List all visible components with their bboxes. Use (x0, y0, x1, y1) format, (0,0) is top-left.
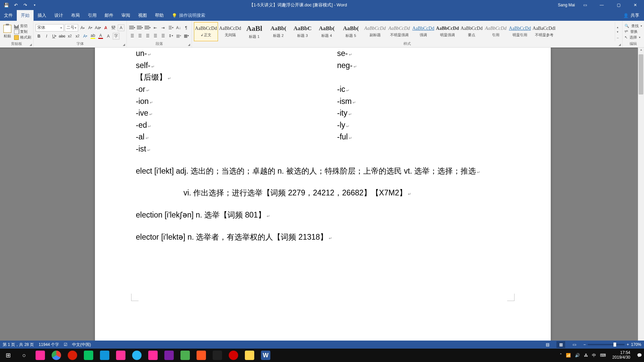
paste-button[interactable]: 粘贴 (2, 22, 13, 41)
paragraph-launcher[interactable]: ◢ (188, 43, 190, 46)
tab-file[interactable]: 文件 (0, 10, 17, 21)
multilevel-list-button[interactable]: ▾ (144, 24, 151, 31)
zoom-out-button[interactable]: − (583, 342, 586, 347)
taskbar-app-8[interactable] (177, 349, 193, 362)
find-button[interactable]: 🔍查找▾ (625, 23, 642, 28)
clock[interactable]: 17:54 2019/4/30 (610, 351, 633, 360)
format-painter-button[interactable]: 格式刷 (14, 35, 31, 40)
taskbar-app-5[interactable] (129, 349, 145, 362)
start-button[interactable]: ⊞ (0, 349, 16, 362)
status-word-count[interactable]: 11944 个字 (39, 342, 59, 348)
tab-references[interactable]: 引用 (84, 10, 101, 21)
scroll-thumb[interactable] (639, 54, 643, 95)
minimize-button[interactable]: — (595, 0, 608, 10)
font-name-selector[interactable]: 宋体▾ (36, 24, 64, 32)
zoom-slider[interactable] (588, 344, 625, 345)
tab-mailings[interactable]: 邮件 (101, 10, 117, 21)
sort-button[interactable]: A↓ (175, 24, 182, 31)
styles-gallery-more[interactable]: ▴▾⎯ (615, 22, 620, 41)
taskbar-app-1[interactable] (32, 349, 48, 362)
superscript-button[interactable]: x2 (74, 33, 81, 40)
tray-expand-icon[interactable]: ˄ (560, 353, 562, 358)
bold-button[interactable]: B (36, 33, 42, 40)
taskbar-app-record[interactable] (225, 349, 241, 362)
bluetooth-icon[interactable]: 🖧 (584, 353, 588, 358)
vertical-scrollbar[interactable]: ▴ ▾ (638, 48, 644, 353)
style-item-1[interactable]: AaBbCcDd无间隔 (218, 22, 242, 41)
shrink-font-button[interactable]: A▾ (87, 24, 94, 31)
underline-button[interactable]: U▾ (51, 33, 58, 40)
status-page[interactable]: 第 1 页，共 28 页 (3, 342, 34, 348)
select-button[interactable]: ↖选择▾ (625, 35, 642, 40)
taskbar-app-chrome[interactable] (48, 349, 64, 362)
taskbar-app-2[interactable] (64, 349, 80, 362)
save-button[interactable]: 💾 (3, 1, 10, 9)
zoom-in-button[interactable]: + (627, 342, 629, 347)
redo-button[interactable]: ↷ (21, 1, 29, 9)
change-case-button[interactable]: Aa▾ (95, 24, 101, 31)
tab-insert[interactable]: 插入 (34, 10, 50, 21)
style-item-8[interactable]: AaBbCcDd不明显强调 (387, 22, 411, 41)
tab-home[interactable]: 开始 (17, 10, 34, 21)
style-item-2[interactable]: AaBl标题 1 (242, 22, 266, 41)
zoom-value[interactable]: 170% (631, 342, 641, 347)
grow-font-button[interactable]: A▴ (79, 24, 86, 31)
undo-button[interactable]: ↶ (12, 1, 19, 9)
borders-button[interactable]: ▦▾ (183, 33, 190, 39)
bullets-button[interactable]: ▾ (129, 24, 136, 31)
style-item-10[interactable]: AaBbCcDd明显强调 (435, 22, 460, 41)
tab-design[interactable]: 设计 (50, 10, 67, 21)
styles-launcher[interactable]: ◢ (619, 43, 621, 46)
qat-customize[interactable]: ▾ (31, 1, 38, 9)
style-item-7[interactable]: AaBbCcDd副标题 (363, 22, 387, 41)
numbering-button[interactable]: ▾ (137, 24, 143, 31)
distributed-button[interactable]: ☰ (160, 33, 166, 39)
font-size-selector[interactable]: 二号▾ (65, 24, 78, 32)
style-item-11[interactable]: AaBbCcDd要点 (460, 22, 484, 41)
taskbar-app-notes[interactable] (241, 349, 258, 362)
taskbar-app-word[interactable]: W (258, 349, 274, 362)
taskbar-app-3[interactable] (97, 349, 113, 362)
line-spacing-button[interactable]: ⇕▾ (167, 33, 174, 39)
tab-help[interactable]: 帮助 (151, 10, 168, 21)
style-item-9[interactable]: AaBbCcDd强调 (411, 22, 435, 41)
subscript-button[interactable]: x2 (66, 33, 73, 40)
taskbar-app-10[interactable] (209, 349, 225, 362)
style-item-5[interactable]: AaBb(标题 4 (315, 22, 339, 41)
character-shading-button[interactable]: A (105, 33, 112, 40)
italic-button[interactable]: I (43, 33, 50, 40)
taskbar-app-7[interactable] (161, 349, 177, 362)
taskbar-app-wechat[interactable] (80, 349, 97, 362)
keyboard-icon[interactable]: ⌨ (600, 353, 606, 358)
replace-button[interactable]: ᵃ⁄ᵇ替换 (625, 29, 642, 34)
notifications-icon[interactable]: 💬 (637, 353, 642, 358)
network-icon[interactable]: 📶 (566, 353, 571, 358)
tab-view[interactable]: 视图 (134, 10, 151, 21)
shading-button[interactable]: ▦▾ (175, 33, 182, 39)
page-content[interactable]: un-se-self-neg- 【后缀】 -or-ic-ion-ism-ive-… (136, 48, 510, 243)
phonetic-guide-button[interactable]: 變 (110, 24, 117, 31)
style-item-6[interactable]: AaBb(标题 5 (339, 22, 363, 41)
font-launcher[interactable]: ◢ (123, 43, 125, 46)
tab-review[interactable]: 审阅 (117, 10, 134, 21)
enclose-characters-button[interactable]: 字 (113, 33, 119, 40)
align-left-button[interactable]: ☰ (129, 33, 136, 39)
maximize-button[interactable]: ▢ (612, 0, 625, 10)
cortana-button[interactable]: ○ (16, 349, 32, 362)
align-right-button[interactable]: ☰ (144, 33, 151, 39)
style-item-12[interactable]: AaBbCcDd引用 (484, 22, 508, 41)
share-button[interactable]: 👤 共享 (619, 12, 644, 18)
text-effects-button[interactable]: A▾ (82, 33, 89, 40)
status-language[interactable]: 中文(中国) (72, 342, 91, 348)
justify-button[interactable]: ☰ (152, 33, 159, 39)
tell-me-search[interactable]: 💡 操作说明搜索 (168, 12, 209, 18)
clear-formatting-button[interactable]: A̷ (102, 24, 109, 31)
style-item-13[interactable]: AaBbCcDd明显引用 (508, 22, 532, 41)
view-read-mode[interactable]: ▤ (543, 341, 552, 348)
style-item-0[interactable]: AaBbCcDd↲ 正文 (194, 22, 218, 41)
style-item-3[interactable]: AaBb(标题 2 (266, 22, 290, 41)
decrease-indent-button[interactable]: ⇤ (152, 24, 159, 31)
scroll-up-arrow[interactable]: ▴ (638, 48, 644, 54)
view-print-layout[interactable]: ▦ (556, 341, 565, 348)
document-area[interactable]: un-se-self-neg- 【后缀】 -or-ic-ion-ism-ive-… (0, 48, 644, 353)
